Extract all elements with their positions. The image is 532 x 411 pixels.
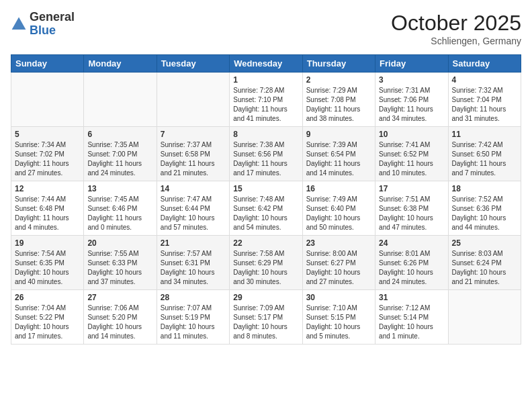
day-info: Sunrise: 7:34 AM Sunset: 7:02 PM Dayligh… <box>15 140 80 178</box>
calendar-day-cell: 30Sunrise: 7:10 AM Sunset: 5:15 PM Dayli… <box>302 290 375 345</box>
day-number: 9 <box>306 130 371 139</box>
calendar-day-cell: 18Sunrise: 7:52 AM Sunset: 6:36 PM Dayli… <box>448 181 521 236</box>
calendar-day-cell <box>11 73 84 127</box>
calendar-day-cell: 31Sunrise: 7:12 AM Sunset: 5:14 PM Dayli… <box>375 290 448 345</box>
day-info: Sunrise: 7:29 AM Sunset: 7:08 PM Dayligh… <box>306 86 371 124</box>
calendar-table: SundayMondayTuesdayWednesdayThursdayFrid… <box>11 54 521 345</box>
calendar-day-cell: 3Sunrise: 7:31 AM Sunset: 7:06 PM Daylig… <box>375 73 448 127</box>
day-number: 30 <box>306 293 371 302</box>
day-info: Sunrise: 7:31 AM Sunset: 7:06 PM Dayligh… <box>379 86 444 124</box>
day-info: Sunrise: 7:45 AM Sunset: 6:46 PM Dayligh… <box>87 195 152 232</box>
day-of-week-header: Tuesday <box>157 55 229 73</box>
day-number: 11 <box>452 130 517 139</box>
day-number: 13 <box>87 184 152 193</box>
location-subtitle: Schliengen, Germany <box>391 36 521 46</box>
calendar-day-cell: 4Sunrise: 7:32 AM Sunset: 7:04 PM Daylig… <box>448 73 521 127</box>
day-info: Sunrise: 7:28 AM Sunset: 7:10 PM Dayligh… <box>233 86 298 124</box>
day-number: 2 <box>306 75 371 85</box>
day-info: Sunrise: 7:10 AM Sunset: 5:15 PM Dayligh… <box>306 304 371 341</box>
day-number: 29 <box>233 293 298 302</box>
calendar-day-cell: 6Sunrise: 7:35 AM Sunset: 7:00 PM Daylig… <box>84 127 157 181</box>
day-info: Sunrise: 7:54 AM Sunset: 6:35 PM Dayligh… <box>15 249 80 287</box>
calendar-week-row: 5Sunrise: 7:34 AM Sunset: 7:02 PM Daylig… <box>11 127 521 181</box>
calendar-day-cell: 29Sunrise: 7:09 AM Sunset: 5:17 PM Dayli… <box>230 290 302 345</box>
day-number: 12 <box>15 184 80 193</box>
day-info: Sunrise: 7:12 AM Sunset: 5:14 PM Dayligh… <box>379 304 444 341</box>
calendar-day-cell: 24Sunrise: 8:01 AM Sunset: 6:26 PM Dayli… <box>375 236 448 290</box>
day-number: 27 <box>87 293 152 302</box>
day-number: 28 <box>161 293 226 302</box>
day-of-week-header: Friday <box>375 55 448 73</box>
calendar-day-cell: 27Sunrise: 7:06 AM Sunset: 5:20 PM Dayli… <box>84 290 157 345</box>
calendar-week-row: 1Sunrise: 7:28 AM Sunset: 7:10 PM Daylig… <box>11 73 521 127</box>
calendar-day-cell <box>84 73 157 127</box>
day-info: Sunrise: 7:57 AM Sunset: 6:31 PM Dayligh… <box>161 249 226 287</box>
calendar-day-cell: 20Sunrise: 7:55 AM Sunset: 6:33 PM Dayli… <box>84 236 157 290</box>
calendar-week-row: 19Sunrise: 7:54 AM Sunset: 6:35 PM Dayli… <box>11 236 521 290</box>
calendar-day-cell: 9Sunrise: 7:39 AM Sunset: 6:54 PM Daylig… <box>302 127 375 181</box>
day-info: Sunrise: 8:00 AM Sunset: 6:27 PM Dayligh… <box>306 249 371 287</box>
day-info: Sunrise: 7:44 AM Sunset: 6:48 PM Dayligh… <box>15 195 80 232</box>
day-info: Sunrise: 7:04 AM Sunset: 5:22 PM Dayligh… <box>15 304 80 341</box>
day-number: 19 <box>15 238 80 248</box>
calendar-day-cell: 28Sunrise: 7:07 AM Sunset: 5:19 PM Dayli… <box>157 290 229 345</box>
calendar-day-cell: 23Sunrise: 8:00 AM Sunset: 6:27 PM Dayli… <box>302 236 375 290</box>
day-info: Sunrise: 7:58 AM Sunset: 6:29 PM Dayligh… <box>233 249 298 287</box>
day-number: 21 <box>161 238 226 248</box>
logo: General Blue <box>11 11 75 38</box>
title-block: October 2025 Schliengen, Germany <box>391 11 521 46</box>
day-info: Sunrise: 7:07 AM Sunset: 5:19 PM Dayligh… <box>161 304 226 341</box>
calendar-day-cell: 7Sunrise: 7:37 AM Sunset: 6:58 PM Daylig… <box>157 127 229 181</box>
calendar-week-row: 26Sunrise: 7:04 AM Sunset: 5:22 PM Dayli… <box>11 290 521 345</box>
calendar-day-cell: 14Sunrise: 7:47 AM Sunset: 6:44 PM Dayli… <box>157 181 229 236</box>
calendar-day-cell <box>448 290 521 345</box>
day-number: 6 <box>87 130 152 139</box>
day-info: Sunrise: 7:49 AM Sunset: 6:40 PM Dayligh… <box>306 195 371 232</box>
day-info: Sunrise: 8:01 AM Sunset: 6:26 PM Dayligh… <box>379 249 444 287</box>
day-number: 3 <box>379 75 444 85</box>
calendar-header-row: SundayMondayTuesdayWednesdayThursdayFrid… <box>11 55 521 73</box>
calendar-day-cell: 1Sunrise: 7:28 AM Sunset: 7:10 PM Daylig… <box>230 73 302 127</box>
day-of-week-header: Saturday <box>448 55 521 73</box>
day-number: 4 <box>452 75 517 85</box>
day-number: 18 <box>452 184 517 193</box>
day-info: Sunrise: 7:32 AM Sunset: 7:04 PM Dayligh… <box>452 86 517 124</box>
day-of-week-header: Sunday <box>11 55 84 73</box>
day-number: 20 <box>87 238 152 248</box>
calendar-day-cell: 10Sunrise: 7:41 AM Sunset: 6:52 PM Dayli… <box>375 127 448 181</box>
day-number: 23 <box>306 238 371 248</box>
calendar-day-cell: 17Sunrise: 7:51 AM Sunset: 6:38 PM Dayli… <box>375 181 448 236</box>
calendar-day-cell: 8Sunrise: 7:38 AM Sunset: 6:56 PM Daylig… <box>230 127 302 181</box>
day-number: 15 <box>233 184 298 193</box>
calendar-day-cell: 25Sunrise: 8:03 AM Sunset: 6:24 PM Dayli… <box>448 236 521 290</box>
logo-general-text: General <box>30 11 75 24</box>
day-of-week-header: Monday <box>84 55 157 73</box>
day-number: 25 <box>452 238 517 248</box>
day-info: Sunrise: 7:41 AM Sunset: 6:52 PM Dayligh… <box>379 140 444 178</box>
day-info: Sunrise: 7:51 AM Sunset: 6:38 PM Dayligh… <box>379 195 444 232</box>
calendar-day-cell: 12Sunrise: 7:44 AM Sunset: 6:48 PM Dayli… <box>11 181 84 236</box>
day-number: 26 <box>15 293 80 302</box>
calendar-day-cell <box>157 73 229 127</box>
day-number: 7 <box>161 130 226 139</box>
day-number: 5 <box>15 130 80 139</box>
logo-icon <box>11 16 27 32</box>
day-number: 16 <box>306 184 371 193</box>
calendar-week-row: 12Sunrise: 7:44 AM Sunset: 6:48 PM Dayli… <box>11 181 521 236</box>
day-info: Sunrise: 7:39 AM Sunset: 6:54 PM Dayligh… <box>306 140 371 178</box>
calendar-day-cell: 5Sunrise: 7:34 AM Sunset: 7:02 PM Daylig… <box>11 127 84 181</box>
day-info: Sunrise: 7:35 AM Sunset: 7:00 PM Dayligh… <box>87 140 152 178</box>
day-number: 22 <box>233 238 298 248</box>
calendar-day-cell: 19Sunrise: 7:54 AM Sunset: 6:35 PM Dayli… <box>11 236 84 290</box>
calendar-day-cell: 11Sunrise: 7:42 AM Sunset: 6:50 PM Dayli… <box>448 127 521 181</box>
calendar-day-cell: 13Sunrise: 7:45 AM Sunset: 6:46 PM Dayli… <box>84 181 157 236</box>
month-title: October 2025 <box>391 11 521 36</box>
day-of-week-header: Thursday <box>302 55 375 73</box>
day-info: Sunrise: 7:38 AM Sunset: 6:56 PM Dayligh… <box>233 140 298 178</box>
day-number: 17 <box>379 184 444 193</box>
day-info: Sunrise: 7:48 AM Sunset: 6:42 PM Dayligh… <box>233 195 298 232</box>
logo-blue-text: Blue <box>30 24 75 38</box>
calendar-day-cell: 22Sunrise: 7:58 AM Sunset: 6:29 PM Dayli… <box>230 236 302 290</box>
day-of-week-header: Wednesday <box>230 55 302 73</box>
calendar-day-cell: 2Sunrise: 7:29 AM Sunset: 7:08 PM Daylig… <box>302 73 375 127</box>
